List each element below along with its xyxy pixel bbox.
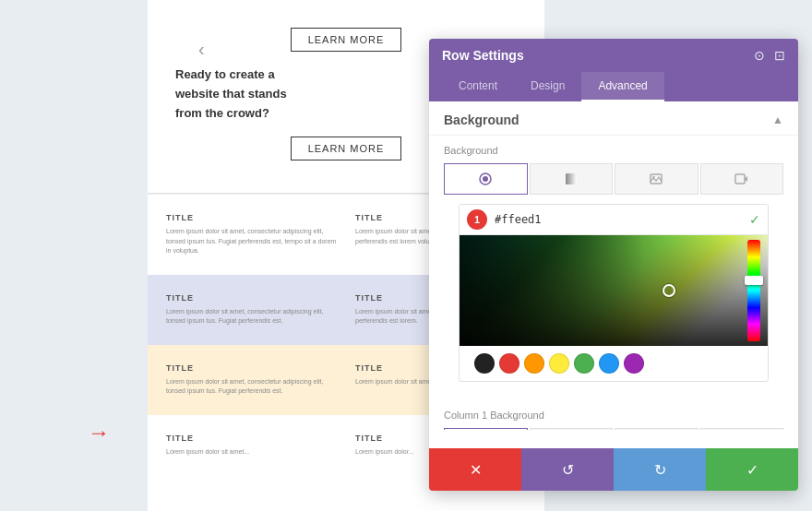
- bg-type-image[interactable]: [615, 163, 699, 195]
- cancel-button[interactable]: ✕: [429, 448, 521, 491]
- col1-bg-type-color[interactable]: [444, 428, 528, 430]
- col1-bg-type-image[interactable]: [615, 428, 699, 430]
- color-swatch-number: 1: [467, 209, 487, 230]
- panel-footer: ✕ ↺ ↻ ✓: [429, 448, 798, 491]
- column1-bg-label: Column 1 Background: [444, 410, 783, 421]
- col1-bg-type-row: [444, 428, 783, 430]
- hex-confirm-icon[interactable]: ✓: [749, 212, 760, 227]
- col1-body: Lorem ipsum dolor sit amet, consectetur …: [166, 227, 337, 256]
- s4-col1-body: Lorem ipsum dolor sit amet, consectetur …: [166, 377, 337, 397]
- hue-handle[interactable]: [745, 276, 763, 285]
- bg-type-row: [444, 163, 783, 195]
- svg-point-4: [653, 176, 655, 178]
- s3-col1-title: TITLE: [166, 293, 337, 303]
- svg-point-1: [483, 176, 488, 182]
- panel-title: Row Settings: [442, 48, 524, 63]
- panel-header: Row Settings ⊙ ⊡: [429, 39, 798, 72]
- background-field-label: Background: [444, 145, 783, 156]
- bg-type-color[interactable]: [444, 163, 528, 195]
- settings-icon[interactable]: ⊙: [754, 48, 765, 63]
- bg-type-gradient[interactable]: [530, 163, 614, 195]
- expand-icon[interactable]: ⊡: [774, 48, 785, 63]
- learn-more-btn-2[interactable]: LEARN MORE: [291, 137, 402, 160]
- background-field-group: Background 1: [429, 136, 798, 400]
- swatch-blue[interactable]: [599, 353, 619, 374]
- row-settings-panel: Row Settings ⊙ ⊡ Content Design Advanced…: [429, 39, 798, 491]
- color-gradient-area[interactable]: [460, 235, 768, 346]
- hex-bar: 1 #ffeed1 ✓: [460, 205, 768, 235]
- reset-icon: ↺: [562, 461, 574, 479]
- swatches-row: [460, 346, 768, 381]
- col1-title: TITLE: [166, 213, 337, 222]
- s3-col1-body: Lorem ipsum dolor sit amet, consectetur …: [166, 307, 337, 327]
- cancel-icon: ✕: [470, 461, 482, 479]
- swatch-red[interactable]: [499, 353, 519, 374]
- panel-tabs: Content Design Advanced: [429, 72, 798, 101]
- hue-slider[interactable]: [747, 240, 760, 341]
- background-section-title: Background: [444, 113, 519, 127]
- nav-arrow-left[interactable]: ‹: [198, 39, 205, 60]
- col1-bg-type-video[interactable]: [700, 428, 784, 430]
- s4-col1-title: TITLE: [166, 363, 337, 373]
- swatch-yellow[interactable]: [549, 353, 569, 374]
- svg-rect-5: [735, 174, 745, 184]
- background-toggle[interactable]: ▲: [772, 113, 783, 126]
- tab-advanced[interactable]: Advanced: [581, 72, 663, 101]
- column1-bg-section: Column 1 Background: [429, 400, 798, 430]
- swatch-black[interactable]: [474, 353, 495, 374]
- redo-button[interactable]: ↻: [614, 448, 706, 491]
- swatch-orange[interactable]: [524, 353, 544, 374]
- col1-bg-type-gradient[interactable]: [530, 428, 614, 430]
- panel-body: Background ▲ Background: [429, 101, 798, 430]
- red-arrow-indicator: →: [88, 420, 110, 446]
- color-picker: 1 #ffeed1 ✓: [459, 204, 769, 382]
- swatch-green[interactable]: [574, 353, 594, 374]
- redo-icon: ↻: [654, 461, 666, 479]
- bg-type-video[interactable]: [700, 163, 784, 195]
- panel-header-icons: ⊙ ⊡: [754, 48, 785, 63]
- gradient-bg: [460, 235, 768, 346]
- reset-button[interactable]: ↺: [521, 448, 614, 491]
- background-section-header: Background ▲: [429, 101, 798, 136]
- tab-design[interactable]: Design: [514, 72, 581, 101]
- learn-more-btn-1[interactable]: LEARN MORE: [291, 28, 402, 52]
- color-cursor[interactable]: [663, 284, 675, 297]
- left-margin: [0, 0, 148, 511]
- svg-rect-2: [566, 173, 577, 184]
- save-icon: ✓: [746, 461, 758, 479]
- save-button[interactable]: ✓: [706, 448, 798, 491]
- swatch-purple[interactable]: [624, 353, 644, 374]
- tab-content[interactable]: Content: [442, 72, 514, 101]
- hex-input[interactable]: #ffeed1: [495, 213, 742, 226]
